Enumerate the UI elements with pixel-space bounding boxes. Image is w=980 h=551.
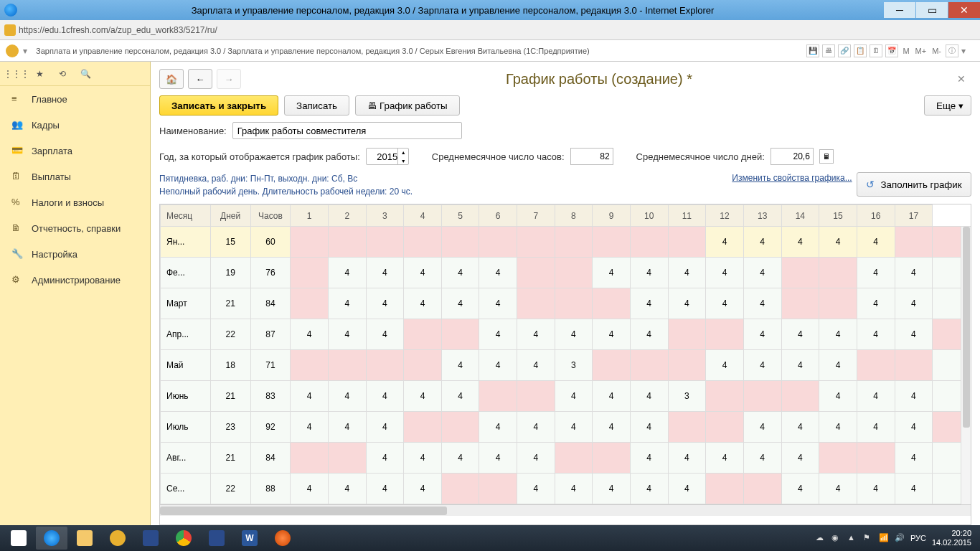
grid-header[interactable]: Месяц xyxy=(161,205,211,227)
grid-cell[interactable]: 4 xyxy=(857,227,895,258)
grid-cell[interactable]: 18 xyxy=(210,350,250,381)
sidebar-item-nalogi[interactable]: %Налоги и взносы xyxy=(0,189,150,215)
grid-cell[interactable] xyxy=(291,227,329,258)
grid-cell[interactable]: Июль xyxy=(161,412,211,443)
grid-cell[interactable] xyxy=(555,443,593,474)
grid-cell[interactable]: 19 xyxy=(210,258,250,288)
more-button[interactable]: Еще ▾ xyxy=(924,95,971,116)
grid-cell[interactable]: 4 xyxy=(743,227,781,258)
grid-cell[interactable] xyxy=(857,443,895,474)
grid-cell[interactable]: 4 xyxy=(366,443,404,474)
grid-cell[interactable]: 4 xyxy=(895,319,933,350)
grid-header[interactable]: 2 xyxy=(328,205,366,227)
grid-cell[interactable]: 60 xyxy=(250,227,291,258)
grid-header[interactable]: 11 xyxy=(668,205,706,227)
grid-cell[interactable]: 4 xyxy=(743,350,781,381)
grid-header[interactable]: 15 xyxy=(819,205,857,227)
grid-cell[interactable] xyxy=(819,258,857,288)
grid-cell[interactable]: 4 xyxy=(328,412,366,443)
fill-schedule-button[interactable]: ↺Заполнить график xyxy=(857,172,971,197)
grid-cell[interactable]: 4 xyxy=(781,412,819,443)
sidebar-item-kadry[interactable]: 👥Кадры xyxy=(0,112,150,138)
calc-icon[interactable]: 🗓 xyxy=(870,44,882,57)
grid-cell[interactable]: 4 xyxy=(441,350,479,381)
schedule-grid[interactable]: МесяцДнейЧасов1234567891011121314151617 … xyxy=(159,204,971,525)
grid-cell[interactable]: 71 xyxy=(250,350,291,381)
grid-cell[interactable] xyxy=(555,258,593,288)
grid-cell[interactable]: 4 xyxy=(593,412,631,443)
taskbar-app3[interactable] xyxy=(267,527,298,550)
clipboard-icon[interactable]: 📋 xyxy=(854,44,867,57)
sidebar-item-zarplata[interactable]: 💳Зарплата xyxy=(0,138,150,164)
grid-cell[interactable]: Ян... xyxy=(161,227,211,258)
history-icon[interactable]: ⟲ xyxy=(56,67,69,80)
grid-cell[interactable]: 22 xyxy=(210,474,250,504)
grid-cell[interactable]: 4 xyxy=(328,288,366,319)
start-button[interactable] xyxy=(3,527,34,550)
grid-cell[interactable]: 4 xyxy=(857,258,895,288)
sidebar-item-main[interactable]: ≡Главное xyxy=(0,86,150,112)
grid-cell[interactable]: 4 xyxy=(517,474,555,504)
save-button[interactable]: Записать xyxy=(284,95,349,116)
grid-cell[interactable]: 4 xyxy=(555,319,593,350)
grid-header[interactable]: Дней xyxy=(210,205,250,227)
grid-cell[interactable] xyxy=(404,412,442,443)
calendar-icon[interactable]: 📅 xyxy=(885,44,898,57)
close-button[interactable]: ✕ xyxy=(948,2,980,18)
grid-cell[interactable]: 4 xyxy=(328,474,366,504)
grid-cell[interactable]: 4 xyxy=(630,474,668,504)
grid-cell[interactable]: 4 xyxy=(819,319,857,350)
grid-cell[interactable]: 4 xyxy=(441,258,479,288)
dropdown-icon[interactable]: ▾ xyxy=(23,46,32,56)
grid-cell[interactable]: 4 xyxy=(743,288,781,319)
save-close-button[interactable]: Записать и закрыть xyxy=(159,95,278,116)
grid-cell[interactable]: 4 xyxy=(479,412,517,443)
grid-cell[interactable]: 21 xyxy=(210,381,250,412)
grid-cell[interactable]: 4 xyxy=(819,227,857,258)
grid-cell[interactable]: 4 xyxy=(895,258,933,288)
grid-cell[interactable] xyxy=(291,350,329,381)
grid-cell[interactable]: 4 xyxy=(404,258,442,288)
grid-cell[interactable]: Май xyxy=(161,350,211,381)
grid-cell[interactable]: 4 xyxy=(517,412,555,443)
grid-header[interactable]: 16 xyxy=(857,205,895,227)
grid-cell[interactable]: 4 xyxy=(328,319,366,350)
grid-header[interactable]: 6 xyxy=(479,205,517,227)
grid-cell[interactable]: 4 xyxy=(630,412,668,443)
grid-cell[interactable]: 4 xyxy=(630,319,668,350)
taskbar-app1[interactable] xyxy=(135,527,166,550)
save-icon[interactable]: 💾 xyxy=(806,44,819,57)
grid-cell[interactable] xyxy=(819,288,857,319)
grid-cell[interactable] xyxy=(479,381,517,412)
search-icon[interactable]: 🔍 xyxy=(79,67,92,80)
taskbar-1c[interactable] xyxy=(102,527,133,550)
grid-cell[interactable] xyxy=(668,227,706,258)
grid-cell[interactable]: 4 xyxy=(441,443,479,474)
grid-cell[interactable]: 4 xyxy=(555,381,593,412)
grid-cell[interactable]: 4 xyxy=(291,381,329,412)
grid-cell[interactable]: 4 xyxy=(895,288,933,319)
grid-header[interactable]: 10 xyxy=(630,205,668,227)
grid-cell[interactable]: 4 xyxy=(517,350,555,381)
grid-cell[interactable] xyxy=(328,443,366,474)
home-button[interactable]: 🏠 xyxy=(159,69,184,89)
grid-cell[interactable]: 4 xyxy=(743,412,781,443)
grid-header[interactable]: 7 xyxy=(517,205,555,227)
grid-cell[interactable] xyxy=(593,288,631,319)
grid-cell[interactable]: 4 xyxy=(479,258,517,288)
taskbar-explorer[interactable] xyxy=(69,527,100,550)
grid-cell[interactable] xyxy=(819,443,857,474)
grid-cell[interactable]: 3 xyxy=(668,381,706,412)
grid-cell[interactable]: 4 xyxy=(781,474,819,504)
grid-cell[interactable]: 4 xyxy=(441,381,479,412)
grid-header[interactable]: 5 xyxy=(441,205,479,227)
tray-up-icon[interactable]: ▲ xyxy=(847,533,857,543)
grid-cell[interactable] xyxy=(781,381,819,412)
grid-cell[interactable]: 23 xyxy=(210,412,250,443)
grid-cell[interactable]: Авг... xyxy=(161,443,211,474)
grid-cell[interactable] xyxy=(517,258,555,288)
grid-cell[interactable] xyxy=(706,474,744,504)
horizontal-scrollbar[interactable] xyxy=(160,504,971,516)
grid-cell[interactable] xyxy=(441,227,479,258)
name-input[interactable] xyxy=(232,122,462,139)
